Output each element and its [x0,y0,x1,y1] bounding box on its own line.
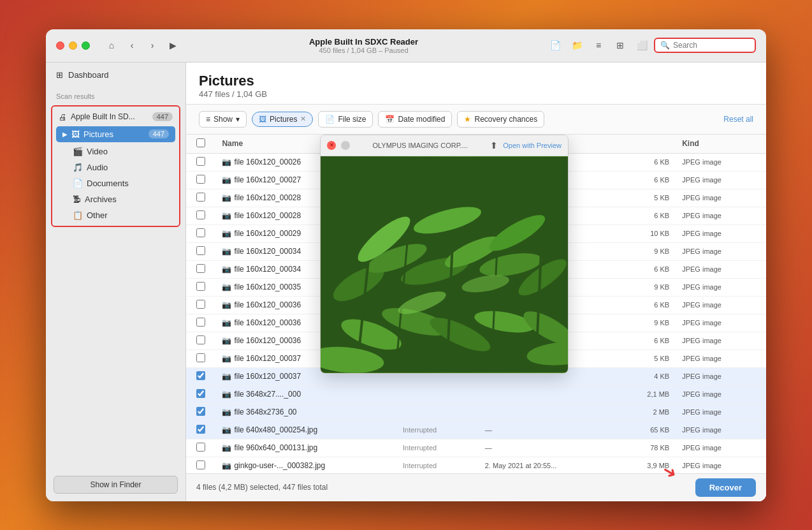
row-checkbox[interactable] [196,282,205,291]
printer-icon: 🖨 [59,112,67,122]
search-input[interactable] [673,41,750,50]
other-label: Other [87,210,108,220]
row-checkbox[interactable] [196,335,205,344]
preview-svg [321,156,568,373]
nav-buttons: ⌂ ‹ › ▶ [103,36,182,54]
expand-arrow: ▶ [62,131,68,138]
file-type-icon: 📷 [222,300,231,309]
archives-label: Archives [85,195,117,204]
preview-share-button[interactable]: ⬆ [490,140,498,151]
row-checkbox[interactable] [196,371,205,380]
recover-button[interactable]: Recover [695,478,756,497]
filesize-filter-button[interactable]: 📄 File size [318,111,373,128]
row-checkbox[interactable] [196,157,205,166]
preview-open-button[interactable]: Open with Preview [503,142,562,149]
row-status: Interrupted [396,421,479,439]
file-type-icon: 📷 [222,425,231,434]
row-checkbox[interactable] [196,318,205,327]
row-checkbox-cell [186,439,215,457]
row-checkbox-cell [186,189,215,207]
row-checkbox-cell [186,403,215,421]
filesize-label: File size [338,115,366,124]
home-button[interactable]: ⌂ [103,36,120,54]
row-kind: JPEG image [676,403,766,421]
pictures-chip-close[interactable]: ✕ [300,115,306,123]
row-size: 9 KB [618,242,676,260]
grid-view-button[interactable]: ⊞ [611,36,630,54]
row-filename: 📷file 3648x27...._000 [215,385,396,403]
table-container: Name Kind 📷file 160x120_000266 KBJPEG im… [186,135,766,473]
doc-icon2: 📄 [73,179,83,188]
preview-popup: ✕ OLYMPUS IMAGING CORP.... ⬆ Open with P… [320,135,569,374]
list-view-button[interactable]: ≡ [589,36,608,54]
play-button[interactable]: ▶ [164,36,182,54]
filter-bar: ≡ Show ▾ 🖼 Pictures ✕ 📄 File size 📅 Date… [186,105,766,135]
file-type-icon: 📷 [222,283,231,291]
row-checkbox-cell [186,457,215,473]
row-checkbox[interactable] [196,460,205,469]
header-size [618,135,676,154]
back-button[interactable]: ‹ [123,36,141,54]
preview-forward-button[interactable] [341,141,350,150]
show-in-finder-button[interactable]: Show in Finder [54,476,178,494]
sidebar-item-documents[interactable]: 📄 Documents [52,175,179,191]
close-button[interactable] [56,41,64,50]
row-checkbox[interactable] [196,443,205,452]
row-checkbox[interactable] [196,353,205,362]
row-checkbox[interactable] [196,300,205,309]
row-checkbox-cell [186,314,215,332]
file-type-icon: 📷 [222,372,231,381]
file-type-icon: 📷 [222,193,231,202]
table-row: 📷file 960x640_000131.jpgInterrupted—78 K… [186,439,766,457]
row-checkbox[interactable] [196,228,205,237]
row-checkbox[interactable] [196,246,205,255]
split-view-button[interactable]: ⬜ [632,36,651,54]
pictures-chip-label: Pictures [270,115,297,124]
recovery-filter-button[interactable]: ★ Recovery chances [457,111,544,128]
file-view-button[interactable]: 📄 [546,36,565,54]
row-checkbox[interactable] [196,193,205,202]
row-checkbox[interactable] [196,264,205,273]
row-checkbox-cell [186,332,215,350]
select-all-checkbox[interactable] [196,138,205,147]
table-row: 📷file 3648x27...._0002,1 MBJPEG image [186,385,766,403]
minimize-button[interactable] [69,41,77,50]
dashboard-icon: ⊞ [56,70,63,80]
search-box[interactable]: 🔍 [654,38,756,53]
sidebar-item-device[interactable]: 🖨 Apple Built In SD... 447 [52,109,179,125]
maximize-button[interactable] [82,41,90,50]
scan-results-section-label: Scan results [46,87,185,103]
preview-filename: OLYMPUS IMAGING CORP.... [355,142,485,149]
content-area: Pictures 447 files / 1,04 GB ≡ Show ▾ 🖼 … [186,63,766,501]
sidebar-item-pictures[interactable]: ▶ 🖼 Pictures 447 [56,126,175,142]
sidebar-item-other[interactable]: 📋 Other [52,207,179,223]
sidebar-item-audio[interactable]: 🎵 Audio [52,159,179,175]
row-checkbox[interactable] [196,407,205,416]
pictures-filter-chip[interactable]: 🖼 Pictures ✕ [252,112,313,127]
page-subtitle: 447 files / 1,04 GB [199,89,753,99]
pictures-badge: 447 [149,129,169,138]
row-checkbox[interactable] [196,210,205,219]
file-type-icon: 📷 [222,211,231,220]
filesize-icon: 📄 [325,115,335,124]
date-filter-button[interactable]: 📅 Date modified [378,111,452,128]
titlebar: ⌂ ‹ › ▶ Apple Built In SDXC Reader 450 f… [46,29,766,63]
sidebar-item-video[interactable]: 🎬 Video [52,144,179,159]
row-checkbox[interactable] [196,425,205,434]
sidebar-item-archives[interactable]: 🗜 Archives [52,191,179,207]
row-filename: 📷file 960x640_000131.jpg [215,439,396,457]
row-checkbox[interactable] [196,175,205,184]
preview-close-button[interactable]: ✕ [327,141,336,150]
main-content: ⊞ Dashboard Scan results 🖨 Apple Built I… [46,63,766,501]
sidebar-item-dashboard[interactable]: ⊞ Dashboard [46,63,185,87]
row-kind: JPEG image [676,260,766,278]
row-kind: JPEG image [676,153,766,171]
reset-all-button[interactable]: Reset all [723,115,753,124]
folder-view-button[interactable]: 📁 [567,36,586,54]
video-icon2: 🎬 [73,147,83,156]
show-filter-button[interactable]: ≡ Show ▾ [199,111,247,128]
footer-status: 4 files (4,2 MB) selected, 447 files tot… [196,483,695,492]
row-checkbox[interactable] [196,389,205,398]
forward-button[interactable]: › [143,36,161,54]
row-checkbox-cell [186,296,215,314]
